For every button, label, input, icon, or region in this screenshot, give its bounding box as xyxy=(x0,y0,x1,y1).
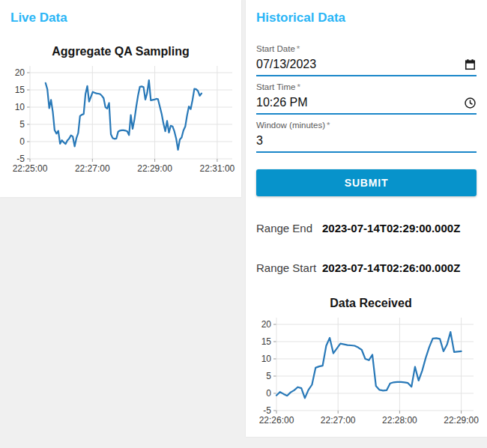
submit-button[interactable]: SUBMIT xyxy=(256,169,477,196)
svg-text:22:26:00: 22:26:00 xyxy=(259,415,294,426)
calendar-icon[interactable] xyxy=(464,58,477,71)
historical-chart-canvas: 20151050-522:26:0022:27:0022:28:0022:29:… xyxy=(255,315,484,429)
range-end-label: Range End xyxy=(256,222,322,234)
start-time-input[interactable]: 10:26 PM xyxy=(256,92,477,115)
clock-icon[interactable] xyxy=(464,97,477,109)
svg-text:5: 5 xyxy=(266,371,271,381)
svg-text:22:29:00: 22:29:00 xyxy=(137,163,172,174)
range-end-row: Range End 2023-07-14T02:29:00.000Z xyxy=(246,222,487,234)
window-minutes-input[interactable]: 3 xyxy=(256,130,477,153)
svg-text:22:28:00: 22:28:00 xyxy=(382,415,417,426)
start-date-field: Start Date* 07/13/2023 xyxy=(256,43,477,76)
live-chart: Aggregate QA Sampling 20151050-522:25:00… xyxy=(0,45,241,177)
svg-text:22:29:00: 22:29:00 xyxy=(444,415,479,426)
start-time-label: Start Time xyxy=(256,82,295,91)
svg-text:10: 10 xyxy=(261,354,272,364)
dashboard-page: Live Data Aggregate QA Sampling 20151050… xyxy=(0,0,487,437)
svg-text:-5: -5 xyxy=(16,154,25,164)
svg-text:20: 20 xyxy=(261,319,272,330)
required-marker: * xyxy=(297,44,300,53)
start-time-field: Start Time* 10:26 PM xyxy=(256,82,477,115)
start-date-input[interactable]: 07/13/2023 xyxy=(256,54,477,76)
historical-data-heading: Historical Data xyxy=(246,0,487,25)
historical-query-form: Start Date* 07/13/2023 xyxy=(246,43,487,196)
svg-text:22:27:00: 22:27:00 xyxy=(75,163,110,174)
range-end-value: 2023-07-14T02:29:00.000Z xyxy=(322,222,460,234)
svg-text:22:27:00: 22:27:00 xyxy=(321,415,356,426)
live-data-card: Live Data Aggregate QA Sampling 20151050… xyxy=(0,0,241,197)
live-chart-title: Aggregate QA Sampling xyxy=(0,45,241,58)
required-marker: * xyxy=(297,82,300,91)
range-start-value: 2023-07-14T02:26:00.000Z xyxy=(322,261,460,274)
svg-text:15: 15 xyxy=(261,336,272,347)
window-minutes-value[interactable]: 3 xyxy=(256,134,263,148)
svg-text:-5: -5 xyxy=(263,405,271,416)
svg-text:5: 5 xyxy=(19,119,25,130)
svg-text:10: 10 xyxy=(15,102,25,112)
range-start-label: Range Start xyxy=(256,261,322,274)
range-start-row: Range Start 2023-07-14T02:26:00.000Z xyxy=(246,261,487,274)
start-date-label: Start Date xyxy=(256,44,295,53)
svg-text:22:25:00: 22:25:00 xyxy=(13,163,48,174)
start-time-value[interactable]: 10:26 PM xyxy=(256,96,307,109)
historical-chart-title: Data Received xyxy=(255,297,487,310)
live-data-heading: Live Data xyxy=(0,0,241,25)
window-minutes-field: Window (minutes)* 3 xyxy=(256,120,477,153)
svg-text:15: 15 xyxy=(15,85,25,95)
window-minutes-label: Window (minutes) xyxy=(256,121,325,130)
svg-text:22:31:00: 22:31:00 xyxy=(200,163,235,174)
live-chart-canvas: 20151050-522:25:0022:27:0022:29:0022:31:… xyxy=(0,63,241,177)
historical-chart: Data Received 20151050-522:26:0022:27:00… xyxy=(246,297,487,429)
required-marker: * xyxy=(327,121,330,130)
svg-text:20: 20 xyxy=(15,67,25,78)
historical-data-card: Historical Data Start Date* 07/13/2023 xyxy=(246,0,487,437)
svg-text:0: 0 xyxy=(266,388,271,399)
svg-text:0: 0 xyxy=(19,136,25,147)
start-date-value[interactable]: 07/13/2023 xyxy=(256,58,316,71)
